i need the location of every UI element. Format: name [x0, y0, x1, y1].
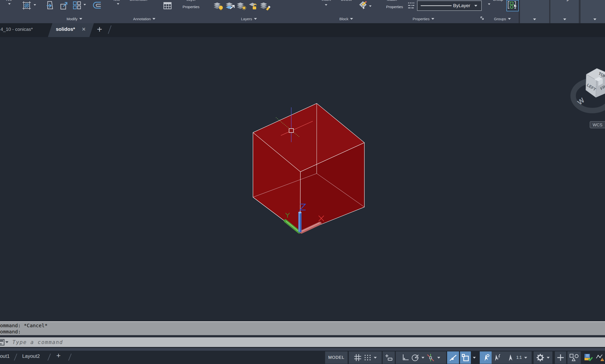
svg-text:!: ! [602, 358, 603, 361]
group-dropdown-icon[interactable] [488, 3, 490, 5]
scale-icon[interactable] [60, 1, 68, 10]
new-layout-button[interactable]: + [56, 351, 61, 360]
layout-tab-layout1[interactable]: out1 [0, 353, 10, 359]
annotation-scale-icon [507, 354, 514, 362]
arc-label[interactable]: Arc [6, 0, 12, 1]
dynamic-input-icon [385, 354, 393, 361]
layout-tab-divider [68, 354, 71, 361]
annotation-group: 1:1 [480, 351, 532, 364]
object-snap-toggle[interactable] [460, 351, 471, 364]
snap-mode-icon[interactable] [364, 354, 371, 361]
block-panel-button[interactable]: Block [317, 17, 376, 21]
group-label[interactable]: Group [493, 0, 503, 1]
grid-display-icon[interactable] [354, 354, 361, 361]
ribbon-panel-collapsed-2[interactable]: p [550, 0, 579, 23]
gear-icon [536, 354, 544, 362]
command-input-placeholder: Type a command [12, 339, 63, 345]
layer-unlock-icon[interactable] [249, 1, 258, 10]
file-tab-conicas[interactable]: 4_10 - conicas* [0, 27, 33, 32]
layout-tab-divider [47, 354, 51, 361]
customization-button[interactable] [555, 351, 566, 364]
layer-off-icon[interactable] [213, 1, 224, 10]
layout-tab-layout2[interactable]: Layout2 [22, 353, 40, 359]
iso-dropdown-icon[interactable] [437, 357, 440, 359]
isolate-objects-icon [569, 354, 579, 362]
isolate-objects-button[interactable] [567, 351, 581, 364]
layers-panel-button[interactable]: Layers [181, 17, 317, 21]
layer-make-current-icon[interactable] [225, 1, 236, 10]
performance-icon: ! [596, 353, 605, 362]
new-drawing-button[interactable]: + [97, 24, 102, 35]
offset-icon[interactable] [92, 1, 102, 10]
insert-label[interactable]: Insert [322, 0, 331, 1]
hatch-dropdown-icon[interactable] [34, 4, 36, 6]
workspace-switcher[interactable] [534, 351, 552, 364]
polar-dropdown-icon[interactable] [421, 357, 424, 359]
stretch-icon[interactable] [46, 1, 54, 10]
autocad-window: { "colors":{"accent_blue":"#5b9bd5","sta… [0, 0, 605, 364]
drawing-viewport[interactable]: W TOP LEFT FR WCS [0, 37, 605, 321]
annotation-visibility-toggle[interactable] [480, 351, 492, 364]
match-properties-label-top[interactable]: Match [387, 0, 397, 1]
layer-properties-button[interactable]: Properties [183, 5, 199, 9]
insert-dropdown-icon[interactable] [325, 4, 327, 6]
annotation-autoscale-toggle[interactable] [492, 351, 503, 364]
workspace-dropdown-icon[interactable] [547, 357, 550, 359]
dynamic-input-toggle[interactable] [383, 351, 395, 364]
hatch-icon[interactable] [22, 1, 31, 10]
detect-icon[interactable] [358, 1, 368, 11]
ribbon-panel-properties: Match Properties ByLayer Properties [376, 0, 486, 23]
annotation-visibility-icon [481, 354, 490, 362]
layer-properties-label-top[interactable]: Layer [187, 0, 196, 1]
detect-label[interactable]: Detect [341, 0, 352, 1]
arc-dropdown-icon[interactable] [8, 3, 11, 5]
detect-dropdown-icon[interactable] [369, 5, 372, 7]
ribbon-panel-layers: Layer Properties Layers [181, 0, 317, 23]
file-tab-bar: 4_10 - conicas* solidos* ✕ + [0, 23, 605, 38]
isometric-drafting-icon[interactable] [427, 353, 435, 362]
groups-panel-button[interactable]: Groups [486, 17, 519, 21]
array-dropdown-icon[interactable] [83, 4, 86, 5]
modify-panel-button[interactable]: Modify [41, 17, 107, 21]
annotation-scale-button[interactable]: 1:1 [503, 351, 532, 364]
command-input[interactable]: Type a command [0, 337, 605, 347]
annotation-scale-dropdown-icon[interactable] [524, 357, 527, 359]
table-icon[interactable] [163, 2, 172, 9]
layer-isolate-icon[interactable] [236, 1, 247, 10]
polar-tracking-icon[interactable] [411, 354, 419, 361]
command-options-dropdown-icon[interactable] [5, 341, 8, 343]
match-properties-button[interactable]: Properties [386, 5, 403, 9]
linetype-dropdown-icon[interactable] [474, 5, 477, 7]
layer-match-icon[interactable] [260, 1, 271, 10]
object-snap-icon [461, 354, 469, 362]
text-dropdown-icon[interactable] [117, 3, 119, 5]
layout-tab-divider [14, 354, 17, 361]
ribbon-panel-collapsed-1[interactable] [520, 0, 549, 23]
linetype-icon[interactable] [408, 2, 416, 10]
array-icon[interactable] [72, 1, 81, 10]
properties-panel-button[interactable]: Properties [376, 17, 471, 21]
file-tab-close-icon[interactable]: ✕ [82, 26, 86, 32]
annotation-panel-button[interactable]: Annotation [107, 17, 181, 21]
properties-launcher-icon[interactable] [480, 17, 484, 20]
text-tool-label[interactable]: Text [113, 0, 120, 1]
performance-button[interactable]: ! [596, 351, 605, 364]
object-snap-dropdown[interactable] [471, 351, 478, 364]
group-selection-toggle[interactable] [506, 0, 519, 11]
viewcube[interactable]: W TOP LEFT FR WCS [573, 68, 605, 128]
linetype-select[interactable]: ByLayer [417, 0, 482, 11]
palette-bottom-strip [0, 348, 605, 351]
ribbon-panel-collapsed-3[interactable] [581, 0, 605, 23]
object-snap-tracking-toggle[interactable] [447, 351, 459, 364]
dimension-tool-label[interactable]: Dimension [130, 0, 147, 1]
file-tab-solidos-label[interactable]: solidos* [56, 26, 75, 32]
ribbon-panel-block: Insert Detect Block [317, 0, 376, 23]
drawing-status-button[interactable] [582, 351, 595, 364]
model-space-toggle[interactable]: MODEL [325, 351, 348, 364]
ribbon-panel-modify: Modify [41, 0, 108, 23]
recent-commands-icon[interactable] [0, 339, 4, 345]
snap-dropdown-icon[interactable] [374, 357, 377, 359]
annotation-scale-value: 1:1 [516, 355, 522, 360]
drawing-status-icon [584, 353, 593, 362]
ortho-mode-icon[interactable] [402, 354, 409, 361]
